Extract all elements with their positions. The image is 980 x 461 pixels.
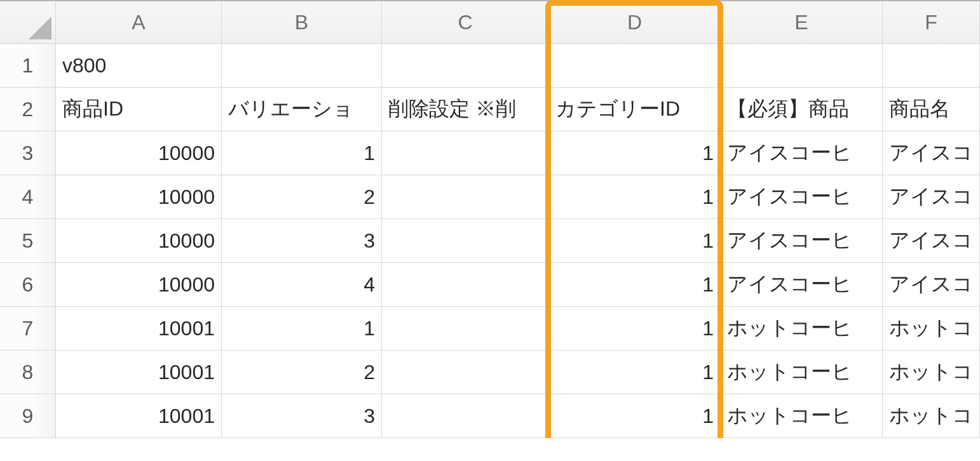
cell-D4[interactable]: 1 <box>549 175 721 219</box>
select-all-corner[interactable] <box>0 0 56 44</box>
row-header-1[interactable]: 1 <box>0 44 56 88</box>
spreadsheet-grid: A B C D E F 1 v800 2 商品ID バリエーショ 削除設定 ※削… <box>0 0 980 438</box>
cell-C4[interactable] <box>382 175 549 219</box>
cell-D6[interactable]: 1 <box>549 263 721 307</box>
col-header-F[interactable]: F <box>883 0 980 44</box>
cell-D2[interactable]: カテゴリーID <box>549 88 721 131</box>
cell-D8[interactable]: 1 <box>549 351 721 394</box>
cell-E2[interactable]: 【必須】商品 <box>721 88 883 131</box>
cell-E3[interactable]: アイスコーヒ <box>721 131 883 175</box>
cell-C1[interactable] <box>382 44 549 88</box>
cell-F8[interactable]: ホットコ <box>883 351 980 394</box>
cell-A7[interactable]: 10001 <box>56 307 222 351</box>
cell-B9[interactable]: 3 <box>222 394 382 438</box>
cell-B5[interactable]: 3 <box>222 219 382 263</box>
cell-C6[interactable] <box>382 263 549 307</box>
cell-F3[interactable]: アイスコ <box>883 131 980 175</box>
cell-C7[interactable] <box>382 307 549 351</box>
cell-A1[interactable]: v800 <box>56 44 222 88</box>
row-header-8[interactable]: 8 <box>0 351 56 394</box>
cell-C3[interactable] <box>382 131 549 175</box>
cell-A5[interactable]: 10000 <box>56 219 222 263</box>
cell-B2[interactable]: バリエーショ <box>222 88 382 131</box>
cell-F5[interactable]: アイスコ <box>883 219 980 263</box>
cell-A9[interactable]: 10001 <box>56 394 222 438</box>
cell-B7[interactable]: 1 <box>222 307 382 351</box>
cell-E7[interactable]: ホットコーヒ <box>721 307 883 351</box>
cell-A3[interactable]: 10000 <box>56 131 222 175</box>
col-header-E[interactable]: E <box>721 0 883 44</box>
cell-D5[interactable]: 1 <box>549 219 721 263</box>
row-header-3[interactable]: 3 <box>0 131 56 175</box>
cell-F6[interactable]: アイスコ <box>883 263 980 307</box>
cell-C5[interactable] <box>382 219 549 263</box>
cell-F2[interactable]: 商品名 <box>883 88 980 131</box>
cell-A6[interactable]: 10000 <box>56 263 222 307</box>
col-header-D[interactable]: D <box>549 0 721 44</box>
cell-B1[interactable] <box>222 44 382 88</box>
row-header-2[interactable]: 2 <box>0 88 56 131</box>
cell-B6[interactable]: 4 <box>222 263 382 307</box>
cell-A4[interactable]: 10000 <box>56 175 222 219</box>
cell-C9[interactable] <box>382 394 549 438</box>
cell-D1[interactable] <box>549 44 721 88</box>
cell-D7[interactable]: 1 <box>549 307 721 351</box>
cell-F7[interactable]: ホットコ <box>883 307 980 351</box>
cell-E5[interactable]: アイスコーヒ <box>721 219 883 263</box>
col-header-B[interactable]: B <box>222 0 382 44</box>
cell-A8[interactable]: 10001 <box>56 351 222 394</box>
cell-D3[interactable]: 1 <box>549 131 721 175</box>
row-header-9[interactable]: 9 <box>0 394 56 438</box>
cell-F4[interactable]: アイスコ <box>883 175 980 219</box>
row-header-6[interactable]: 6 <box>0 263 56 307</box>
cell-E8[interactable]: ホットコーヒ <box>721 351 883 394</box>
row-header-4[interactable]: 4 <box>0 175 56 219</box>
cell-E6[interactable]: アイスコーヒ <box>721 263 883 307</box>
cell-C2[interactable]: 削除設定 ※削 <box>382 88 549 131</box>
cell-F1[interactable] <box>883 44 980 88</box>
col-header-A[interactable]: A <box>56 0 222 44</box>
cell-B3[interactable]: 1 <box>222 131 382 175</box>
cell-B4[interactable]: 2 <box>222 175 382 219</box>
cell-F9[interactable]: ホットコ <box>883 394 980 438</box>
cell-E4[interactable]: アイスコーヒ <box>721 175 883 219</box>
col-header-C[interactable]: C <box>382 0 549 44</box>
cell-B8[interactable]: 2 <box>222 351 382 394</box>
row-header-5[interactable]: 5 <box>0 219 56 263</box>
row-header-7[interactable]: 7 <box>0 307 56 351</box>
cell-C8[interactable] <box>382 351 549 394</box>
cell-D9[interactable]: 1 <box>549 394 721 438</box>
cell-E9[interactable]: ホットコーヒ <box>721 394 883 438</box>
cell-A2[interactable]: 商品ID <box>56 88 222 131</box>
cell-E1[interactable] <box>721 44 883 88</box>
